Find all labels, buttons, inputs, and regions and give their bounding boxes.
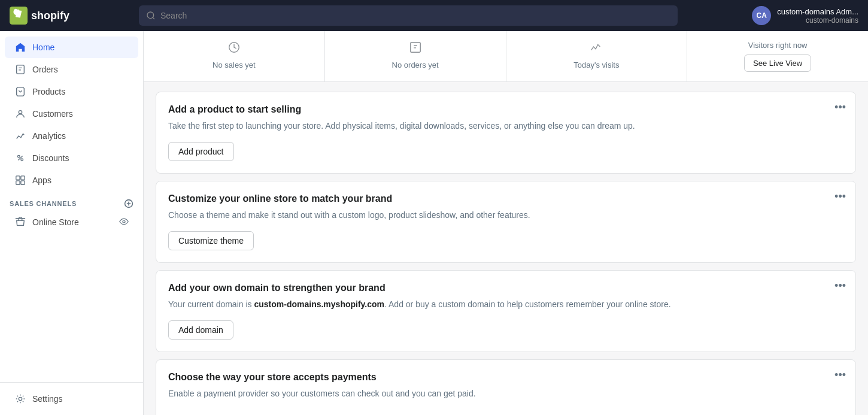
customize-theme-desc: Choose a theme and make it stand out wit…	[168, 209, 843, 222]
sidebar-item-analytics[interactable]: Analytics	[5, 125, 138, 147]
sales-channels-section: SALES CHANNELS	[0, 192, 143, 211]
user-info: custom-domains Adm... custom-domains	[777, 7, 858, 25]
add-product-more-button[interactable]: •••	[834, 102, 846, 113]
add-product-desc: Take the first step to launching your st…	[168, 120, 843, 132]
sidebar-label-settings: Settings	[32, 394, 63, 404]
svg-rect-9	[21, 181, 25, 184]
domain-name: custom-domains.myshopify.com	[254, 299, 384, 309]
sidebar-item-customers[interactable]: Customers	[5, 103, 138, 125]
discounts-icon	[14, 152, 26, 164]
orders-stat-icon	[409, 41, 422, 57]
payments-desc: Enable a payment provider so your custom…	[168, 387, 843, 400]
add-domain-more-button[interactable]: •••	[834, 280, 846, 291]
home-icon	[14, 41, 26, 53]
svg-point-12	[19, 397, 22, 400]
stats-bar: No sales yet No orders yet Today's visit…	[144, 31, 868, 82]
svg-rect-14	[410, 43, 420, 53]
logo-area: shopify	[10, 7, 129, 25]
add-domain-card: ••• Add your own domain to strengthen yo…	[156, 270, 856, 352]
customers-icon	[14, 108, 26, 120]
search-input[interactable]	[160, 11, 670, 20]
top-navigation: shopify CA custom-domains Adm... custom-…	[0, 0, 868, 31]
sidebar-navigation: Home Orders Products Customers	[0, 31, 143, 382]
analytics-icon	[14, 130, 26, 142]
sidebar-item-orders[interactable]: Orders	[5, 59, 138, 80]
sales-channels-label: SALES CHANNELS	[10, 200, 77, 207]
add-domain-desc-before: Your current domain is	[168, 299, 254, 309]
main-layout: Home Orders Products Customers	[0, 31, 868, 415]
visits-label: Today's visits	[573, 60, 619, 69]
sidebar-item-settings[interactable]: Settings	[5, 388, 138, 410]
add-sales-channel-button[interactable]	[124, 199, 133, 208]
svg-rect-7	[21, 176, 25, 180]
payments-title: Choose the way your store accepts paymen…	[168, 372, 843, 383]
main-content: No sales yet No orders yet Today's visit…	[144, 31, 868, 415]
add-product-title: Add a product to start selling	[168, 104, 843, 115]
payments-card: ••• Choose the way your store accepts pa…	[156, 359, 856, 415]
stat-sales: No sales yet	[144, 31, 325, 81]
svg-rect-6	[16, 176, 20, 180]
sidebar-item-online-store[interactable]: Online Store	[5, 211, 138, 233]
live-view-box: Visitors right now See Live View	[687, 31, 868, 81]
sidebar-item-products[interactable]: Products	[5, 81, 138, 102]
add-domain-title: Add your own domain to strengthen your b…	[168, 283, 843, 293]
add-domain-desc: Your current domain is custom-domains.my…	[168, 298, 843, 311]
add-domain-button[interactable]: Add domain	[168, 320, 233, 340]
sidebar-label-analytics: Analytics	[32, 131, 66, 141]
no-sales-label: No sales yet	[213, 60, 256, 69]
sidebar-footer: Settings	[0, 382, 143, 415]
see-live-view-button[interactable]: See Live View	[744, 54, 811, 72]
svg-rect-2	[17, 65, 25, 74]
shopify-brand-name: shopify	[31, 10, 69, 22]
svg-point-1	[147, 12, 154, 19]
add-domain-desc-after: . Add or buy a custom domain to help cus…	[384, 299, 671, 309]
online-store-icon	[14, 216, 26, 228]
user-shop: custom-domains	[777, 16, 858, 25]
user-name: custom-domains Adm...	[777, 7, 858, 16]
sidebar-item-discounts[interactable]: Discounts	[5, 147, 138, 169]
customize-theme-card: ••• Customize your online store to match…	[156, 181, 856, 263]
add-product-button[interactable]: Add product	[168, 142, 234, 161]
visitors-label: Visitors right now	[748, 41, 808, 50]
shopify-logo-icon	[10, 7, 28, 25]
svg-point-4	[18, 156, 20, 158]
sidebar-label-home: Home	[32, 43, 54, 52]
online-store-label: Online Store	[32, 217, 79, 227]
online-store-left: Online Store	[14, 216, 79, 228]
customize-theme-title: Customize your online store to match you…	[168, 193, 843, 204]
cards-container: ••• Add a product to start selling Take …	[144, 82, 868, 415]
stat-visits: Today's visits	[506, 31, 688, 81]
sidebar-label-discounts: Discounts	[32, 153, 69, 163]
sidebar-label-orders: Orders	[32, 65, 58, 74]
user-area: CA custom-domains Adm... custom-domains	[752, 6, 858, 25]
sidebar-item-home[interactable]: Home	[5, 37, 138, 58]
apps-icon	[14, 174, 26, 186]
sidebar-label-products: Products	[32, 87, 65, 96]
products-icon	[14, 86, 26, 98]
payments-more-button[interactable]: •••	[834, 369, 846, 380]
visits-icon	[590, 41, 603, 57]
sidebar-label-apps: Apps	[32, 175, 51, 185]
svg-point-11	[123, 220, 125, 223]
customize-theme-button[interactable]: Customize theme	[168, 231, 254, 250]
user-avatar[interactable]: CA	[752, 6, 771, 25]
orders-icon	[14, 63, 26, 75]
svg-point-3	[19, 111, 22, 114]
customize-theme-more-button[interactable]: •••	[834, 191, 846, 202]
search-bar[interactable]	[139, 5, 678, 26]
stat-orders: No orders yet	[325, 31, 506, 81]
search-icon	[146, 11, 156, 20]
sales-icon	[227, 41, 241, 57]
eye-icon[interactable]	[119, 217, 129, 228]
add-product-card: ••• Add a product to start selling Take …	[156, 92, 856, 174]
shopify-logo[interactable]: shopify	[10, 7, 69, 25]
sidebar-item-apps[interactable]: Apps	[5, 169, 138, 191]
no-orders-label: No orders yet	[392, 60, 439, 69]
settings-icon	[14, 393, 26, 405]
sidebar-label-customers: Customers	[32, 109, 73, 119]
sidebar: Home Orders Products Customers	[0, 31, 144, 415]
svg-rect-8	[16, 181, 20, 184]
svg-point-5	[21, 159, 23, 161]
